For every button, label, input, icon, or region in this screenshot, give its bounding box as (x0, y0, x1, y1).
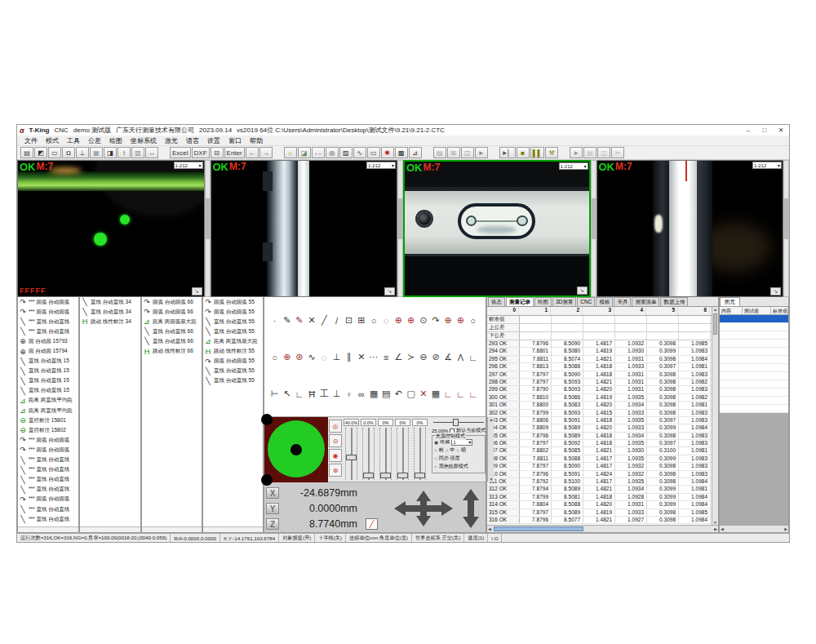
slider-track[interactable] (379, 428, 392, 480)
toolbar-button[interactable]: ☼ (284, 147, 297, 158)
list-item[interactable]: ╲ 直线 自动直线 55 (203, 317, 263, 326)
tolerance-row[interactable]: 标准值 (487, 316, 712, 324)
toolbar-button[interactable]: ◪ (298, 147, 311, 158)
tool-icon[interactable]: ♀ (343, 389, 355, 399)
toolbar-button[interactable]: ▨ (339, 147, 353, 158)
tool-icon[interactable]: ▦ (368, 389, 380, 399)
camera-view-1[interactable]: FFFFF OK M:7 1-212▾ ↘ (17, 160, 205, 297)
list-item[interactable]: ╲ 直线 自动直线 55 (203, 376, 263, 386)
table-vscrollbar[interactable]: ▲ ▼ (712, 307, 718, 525)
camera-range-dropdown[interactable]: 1-212▾ (752, 162, 782, 169)
table-row[interactable]: 316 OK 7.8796 8.5077 1.4821 1.0927 0.309… (487, 517, 712, 524)
light-mode-button[interactable]: ⊙ (329, 434, 342, 447)
slider-thumb[interactable] (397, 473, 408, 478)
camera-view-3-selected[interactable]: OK M:7 1-212▾ ↘ (403, 160, 591, 297)
table-row[interactable]: 315 OK 7.8797 8.5089 1.4819 1.0933 0.309… (487, 509, 712, 517)
resize-grip-icon[interactable]: ↘ (384, 287, 395, 295)
diagonal-move-button[interactable]: ╱ (366, 518, 378, 530)
table-row[interactable]: 311 OK 7.8792 8.5100 1.4817 1.0935 0.309… (487, 478, 712, 486)
tool-icon[interactable]: ∠ (392, 352, 405, 362)
tool-icon[interactable]: ⊕ (281, 352, 293, 362)
toolbar-button[interactable]: ▤ (20, 147, 33, 158)
scroll-right-icon[interactable]: ▶ (784, 526, 787, 531)
sync-radio[interactable]: ○ (434, 456, 437, 461)
element-row[interactable] (720, 405, 788, 413)
list-item[interactable]: H 跳动 线性标注 66 (142, 346, 202, 356)
list-item[interactable]: ⊿ 距离 两直线最大距 (203, 336, 263, 346)
toolbar-button[interactable]: ■ (517, 147, 530, 158)
toolbar-button[interactable]: ⊞ (447, 147, 460, 158)
toolbar-button[interactable]: ▤ (583, 147, 596, 158)
toolbar-button[interactable]: ◩ (34, 147, 47, 158)
menu-item[interactable]: 帮助 (246, 136, 267, 145)
toolbar-button[interactable]: ✱ (381, 147, 394, 158)
camera-range-dropdown[interactable]: 1-212▾ (559, 162, 588, 170)
list-item[interactable]: ⊿ 距离 两直线平均距 (18, 406, 78, 415)
table-row[interactable]: 308 OK 7.8811 8.5088 1.4817 1.0935 0.309… (487, 455, 712, 463)
tool-icon[interactable]: Ħ (306, 389, 318, 399)
camera-scrollbar[interactable] (397, 160, 403, 297)
record-tab[interactable]: 夹具 (614, 297, 631, 306)
toolbar-button[interactable]: - - (312, 147, 325, 158)
slider-thumb[interactable] (453, 419, 459, 426)
toolbar-button[interactable]: ↔ (145, 147, 158, 158)
list-item[interactable]: ╲ 直线 自动直线 34 (80, 307, 140, 317)
scroll-left-icon[interactable]: ◀ (488, 526, 491, 531)
toolbar-button[interactable]: ⊥ (76, 147, 89, 158)
toolbar-button[interactable]: Excel (170, 147, 191, 158)
toolbar-button[interactable]: ◨ (104, 147, 117, 158)
tool-icon[interactable]: ⊖ (417, 352, 429, 362)
record-tab[interactable]: CNC (577, 297, 595, 306)
toolbar-button[interactable]: → (259, 147, 273, 158)
element-row[interactable] (720, 389, 788, 397)
slider-thumb[interactable] (346, 455, 357, 460)
list-item[interactable]: ╲ 直线 自动直线 66 (142, 336, 202, 346)
tool-icon[interactable]: ⊕ (392, 315, 405, 326)
table-row[interactable]: 305 OK 7.8796 8.5089 1.4818 1.0934 0.309… (487, 433, 712, 440)
tool-icon[interactable]: ▢ (405, 389, 417, 399)
jog-arrow-pad[interactable] (388, 486, 484, 531)
toolbar-button[interactable]: ▦ (90, 147, 103, 158)
minimize-button[interactable]: – (743, 126, 754, 135)
table-row[interactable]: 302 OK 7.8799 8.5093 1.4815 1.0933 0.309… (487, 410, 712, 417)
list-hscrollbar[interactable] (142, 526, 202, 532)
list-item[interactable]: ⊕ 圆 自动圆 15793 (18, 336, 78, 346)
slider-track[interactable] (397, 428, 409, 480)
light-channel-slider[interactable]: 40.0% (343, 417, 360, 482)
tool-icon[interactable]: ∟ (467, 389, 479, 399)
toolbar-button[interactable]: ▌▌ (530, 147, 544, 158)
tool-icon[interactable]: ⊞ (355, 315, 367, 326)
toolbar-button[interactable]: ▩ (395, 147, 408, 158)
tool-icon[interactable]: ○ (368, 316, 380, 326)
menu-item[interactable]: 工具 (63, 136, 84, 145)
list-item[interactable]: ⊿ 距离 两直线平均距 (18, 396, 78, 406)
toolbar-button[interactable]: ← (246, 147, 259, 158)
list-item[interactable]: ╲ *** 直线 自动直线 (18, 514, 78, 524)
tool-icon[interactable]: ✕ (306, 315, 318, 326)
element-row[interactable] (720, 356, 788, 364)
tool-icon[interactable]: ∿ (306, 352, 318, 362)
tool-icon[interactable]: ✎ (293, 315, 305, 326)
scrollbar-thumb[interactable] (494, 526, 583, 531)
table-row[interactable]: 293 OK 7.8796 8.5090 1.4817 1.0932 0.309… (487, 340, 712, 348)
light-channel-slider[interactable]: 0% (394, 417, 411, 482)
toolbar-button[interactable]: ▭ (48, 147, 61, 158)
tool-icon[interactable]: ≡ (380, 353, 392, 362)
list-hscrollbar[interactable] (18, 526, 78, 532)
resize-grip-icon[interactable]: ↘ (577, 286, 588, 295)
level-mid-radio[interactable]: ○ (446, 448, 449, 453)
tool-icon[interactable]: ⊢ (268, 389, 281, 399)
menu-item[interactable]: 坐标系统 (126, 136, 161, 145)
tool-icon[interactable]: ⊥ (330, 389, 343, 399)
element-row[interactable] (720, 340, 788, 348)
list-item[interactable]: ╲ 直线 自动直线 15 (18, 357, 78, 366)
tool-icon[interactable]: ↖ (281, 389, 293, 399)
close-button[interactable]: ✕ (775, 126, 787, 135)
tool-icon[interactable]: ⊡ (343, 315, 355, 326)
element-hscrollbar[interactable]: ◀ ▶ (720, 525, 788, 532)
tool-icon[interactable]: ↶ (392, 389, 405, 399)
list-item[interactable]: ╲ *** 直线 自动直线 (18, 326, 78, 336)
list-item[interactable]: ↷ *** 圆弧 自动圆弧 (18, 495, 78, 504)
scroll-up-icon[interactable]: ▲ (712, 307, 718, 312)
camera-scrollbar[interactable] (783, 160, 789, 297)
